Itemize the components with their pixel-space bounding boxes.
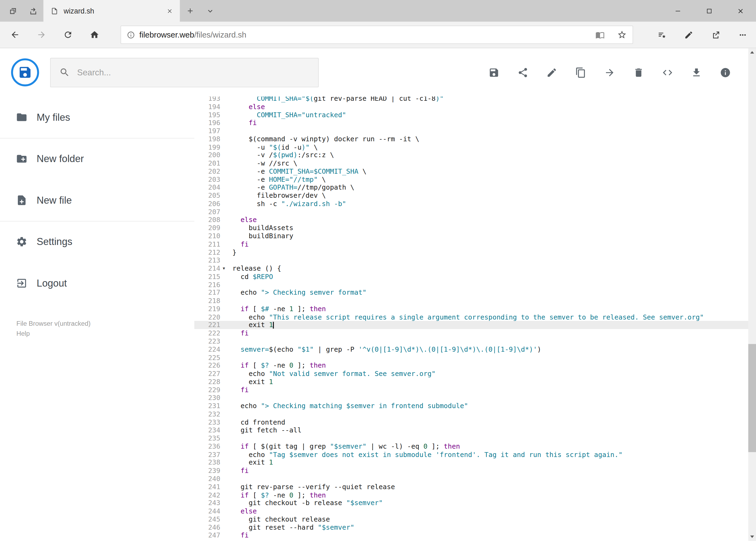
code-line[interactable]: 211 fi <box>194 240 756 248</box>
code-line[interactable]: 222 fi <box>194 329 756 337</box>
code-line[interactable]: 214▾release () { <box>194 265 756 272</box>
code-line[interactable]: 205 filebrowser/dev \ <box>194 192 756 200</box>
annotate-button[interactable] <box>675 22 702 48</box>
code-line[interactable]: 200 -v /$(pwd):/src:z \ <box>194 151 756 159</box>
code-line[interactable]: 243 git checkout -b release "$semver" <box>194 499 756 507</box>
code-line[interactable]: 195 COMMIT_SHA="untracked" <box>194 111 756 119</box>
code-line[interactable]: 202 -e COMMIT_SHA=$COMMIT_SHA \ <box>194 168 756 176</box>
sidebar-item-settings[interactable]: Settings <box>0 221 194 263</box>
search-box[interactable] <box>50 58 319 87</box>
raw-code-button[interactable] <box>662 67 673 78</box>
code-line[interactable]: 226 if [ $? -ne 0 ]; then <box>194 361 756 369</box>
delete-button[interactable] <box>633 67 644 78</box>
rename-button[interactable] <box>546 67 557 78</box>
code-line[interactable]: 223 <box>194 337 756 345</box>
download-button[interactable] <box>691 67 702 78</box>
search-input[interactable] <box>77 67 310 78</box>
sidebar-item-new-file[interactable]: New file <box>0 180 194 221</box>
code-line[interactable]: 246 git reset --hard "$semver" <box>194 523 756 531</box>
code-line[interactable]: 209 buildAssets <box>194 224 756 232</box>
code-line[interactable]: 247 fi <box>194 531 756 539</box>
site-info-button[interactable] <box>127 31 135 39</box>
code-line[interactable]: 236 if [ $(git tag | grep "$semver" | wc… <box>194 442 756 450</box>
code-line[interactable]: 218 <box>194 297 756 305</box>
code-line[interactable]: 208 else <box>194 216 756 224</box>
code-line[interactable]: 232 <box>194 410 756 418</box>
browser-tab[interactable]: wizard.sh <box>44 0 180 22</box>
refresh-button[interactable] <box>55 22 81 48</box>
code-line[interactable]: 219 if [ $# -ne 1 ]; then <box>194 305 756 313</box>
code-line[interactable]: 194 else <box>194 103 756 111</box>
code-text: COMMIT_SHA="untracked" <box>232 111 346 119</box>
new-tab-button[interactable] <box>180 0 200 22</box>
minimize-button[interactable] <box>662 0 693 22</box>
sidebar-item-my-files[interactable]: My files <box>0 96 194 138</box>
maximize-button[interactable] <box>693 0 725 22</box>
url-box[interactable]: filebrowser.web/files/wizard.sh <box>121 26 633 44</box>
code-line[interactable]: 224 semver=$(echo "$1" | grep -P '^v(0|[… <box>194 345 756 353</box>
move-button[interactable] <box>604 67 615 78</box>
code-line[interactable]: 239 fi <box>194 467 756 475</box>
sidebar-item-logout[interactable]: Logout <box>0 263 194 304</box>
code-line[interactable]: 213 <box>194 256 756 265</box>
code-line[interactable]: 220 echo "This release script requires a… <box>194 313 756 321</box>
scrollbar-thumb[interactable] <box>748 344 756 452</box>
close-window-button[interactable] <box>725 0 756 22</box>
code-line[interactable]: 234 git fetch --all <box>194 426 756 434</box>
set-tabs-aside-button[interactable] <box>23 0 44 22</box>
code-line[interactable]: 244 else <box>194 507 756 515</box>
share-page-button[interactable] <box>702 22 729 48</box>
code-line[interactable]: 204 -e GOPATH=//tmp/gopath \ <box>194 184 756 192</box>
tabs-set-aside-list-button[interactable] <box>3 0 23 22</box>
code-line[interactable]: 207 <box>194 208 756 216</box>
forward-button[interactable] <box>28 22 55 48</box>
save-button[interactable] <box>489 67 500 78</box>
code-line[interactable]: 217 echo "> Checking semver format" <box>194 289 756 297</box>
code-line[interactable]: 210 buildBinary <box>194 232 756 240</box>
code-line[interactable]: 240 <box>194 475 756 483</box>
fold-marker[interactable]: ▾ <box>220 265 232 272</box>
help-link[interactable]: Help <box>16 328 194 339</box>
code-line[interactable]: 199 -u "$(id -u)" \ <box>194 143 756 151</box>
code-line[interactable]: 197 <box>194 127 756 135</box>
code-line[interactable]: 206 sh -c "./wizard.sh -b" <box>194 200 756 208</box>
code-line[interactable]: 238 exit 1 <box>194 459 756 467</box>
code-line[interactable]: 235 <box>194 434 756 442</box>
scroll-up-button[interactable] <box>748 48 756 56</box>
code-line[interactable]: 198 $(command -v winpty) docker run --rm… <box>194 135 756 143</box>
tab-preview-toggle[interactable] <box>200 0 220 22</box>
code-line[interactable]: 203 -e HOME="//tmp" \ <box>194 176 756 184</box>
code-line[interactable]: 225 <box>194 353 756 362</box>
code-line[interactable]: 221 exit 1 <box>194 321 756 329</box>
scrollbar[interactable] <box>748 48 756 541</box>
code-line[interactable]: 231 echo "> Checking matching $semver in… <box>194 402 756 410</box>
code-line[interactable]: 242 if [ $? -ne 0 ]; then <box>194 491 756 499</box>
code-line[interactable]: 230 <box>194 394 756 402</box>
scroll-down-button[interactable] <box>748 533 756 541</box>
code-line[interactable]: 228 exit 1 <box>194 377 756 386</box>
code-line[interactable]: 193 COMMIT_SHA="$(git rev-parse HEAD | c… <box>194 96 756 103</box>
code-line[interactable]: 229 fi <box>194 386 756 394</box>
code-editor[interactable]: 193 COMMIT_SHA="$(git rev-parse HEAD | c… <box>194 96 756 541</box>
code-line[interactable]: 201 -w //src \ <box>194 159 756 168</box>
code-line[interactable]: 241 git rev-parse --verify --quiet relea… <box>194 483 756 491</box>
back-button[interactable] <box>1 22 28 48</box>
home-button[interactable] <box>81 22 108 48</box>
code-line[interactable]: 245 git checkout release <box>194 515 756 523</box>
code-line[interactable]: 215 cd $REPO <box>194 272 756 280</box>
reading-view-button[interactable] <box>596 30 605 39</box>
code-line[interactable]: 227 echo "Not valid semver format. See s… <box>194 369 756 377</box>
favorite-star-button[interactable] <box>617 30 627 40</box>
more-button[interactable] <box>729 22 756 48</box>
share-button[interactable] <box>517 67 529 78</box>
code-line[interactable]: 233 cd frontend <box>194 418 756 426</box>
favorites-hub-button[interactable] <box>648 22 675 48</box>
copy-button[interactable] <box>575 67 586 78</box>
code-line[interactable]: 212} <box>194 248 756 256</box>
code-line[interactable]: 196 fi <box>194 119 756 127</box>
code-line[interactable]: 237 echo "Tag $semver does not exist in … <box>194 450 756 459</box>
info-button[interactable] <box>720 67 731 78</box>
code-line[interactable]: 216 <box>194 280 756 289</box>
tab-close-button[interactable] <box>164 6 175 16</box>
sidebar-item-new-folder[interactable]: New folder <box>0 138 194 180</box>
